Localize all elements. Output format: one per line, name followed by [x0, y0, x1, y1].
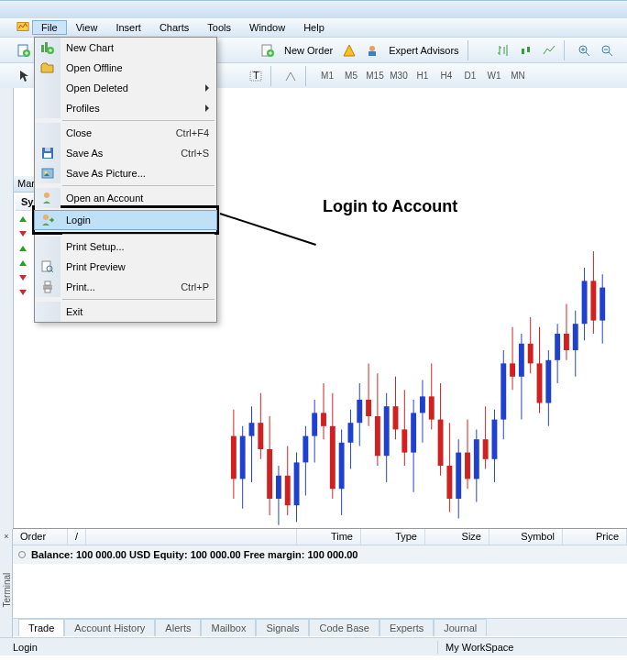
svg-rect-48: [375, 416, 380, 456]
titlebar: [0, 0, 627, 18]
menu-help[interactable]: Help: [294, 20, 334, 35]
candle-chart-icon[interactable]: [516, 40, 536, 61]
picture-icon: [40, 166, 55, 181]
svg-rect-70: [474, 439, 479, 479]
menu-save-picture[interactable]: Save As Picture...: [35, 163, 216, 183]
col-type[interactable]: Type: [361, 529, 425, 545]
svg-rect-104: [45, 148, 50, 151]
svg-rect-30: [294, 462, 300, 505]
terminal-panel: × Terminal Order / Time Type Size Symbol…: [13, 528, 627, 636]
period-W1[interactable]: W1: [482, 71, 506, 81]
terminal-tab-experts[interactable]: Experts: [380, 619, 434, 636]
cursor-icon[interactable]: [14, 66, 34, 86]
terminal-tab-alerts[interactable]: Alerts: [155, 619, 201, 636]
period-H1[interactable]: H1: [411, 71, 434, 81]
menu-print[interactable]: Print...Ctrl+P: [35, 277, 216, 297]
menu-tools[interactable]: Tools: [198, 20, 240, 35]
close-icon[interactable]: ×: [2, 532, 11, 541]
menu-login[interactable]: Login: [34, 210, 217, 230]
arrow-up-icon: [19, 246, 27, 251]
file-menu-dropdown: New Chart Open Offline Open Deleted Prof…: [34, 37, 217, 323]
bar-chart-icon[interactable]: [493, 40, 513, 61]
menu-view[interactable]: View: [67, 20, 107, 35]
period-M15[interactable]: M15: [363, 71, 387, 81]
svg-rect-84: [537, 363, 543, 402]
submenu-arrow-icon: [205, 105, 209, 112]
expert-icon[interactable]: [362, 40, 382, 61]
svg-rect-66: [456, 453, 461, 499]
arrow-down-icon: [19, 275, 27, 281]
warning-icon[interactable]: [339, 40, 359, 61]
svg-rect-103: [44, 153, 51, 158]
svg-rect-42: [347, 423, 353, 443]
col-time[interactable]: Time: [297, 529, 361, 545]
menu-save-as[interactable]: Save AsCtrl+S: [35, 143, 216, 163]
menu-open-account[interactable]: Open an Account: [35, 188, 216, 208]
menu-profiles[interactable]: Profiles: [35, 98, 216, 118]
status-dot-icon: [18, 551, 26, 558]
terminal-tab-code-base[interactable]: Code Base: [309, 619, 379, 636]
col-order[interactable]: Order: [13, 529, 68, 545]
col-price[interactable]: Price: [563, 529, 627, 545]
period-M30[interactable]: M30: [387, 71, 411, 81]
svg-rect-54: [402, 429, 407, 452]
svg-rect-44: [357, 400, 362, 423]
terminal-tab-journal[interactable]: Journal: [434, 619, 487, 636]
chart-plus-icon: [40, 40, 55, 55]
svg-rect-26: [276, 476, 281, 499]
svg-rect-8: [368, 51, 376, 56]
submenu-arrow-icon: [205, 84, 209, 92]
new-order-button[interactable]: New Order: [280, 45, 336, 56]
svg-rect-76: [500, 363, 506, 419]
svg-rect-74: [492, 420, 498, 459]
annotation-label: Login to Account: [323, 197, 457, 216]
col-symbol[interactable]: Symbol: [490, 529, 563, 545]
printer-icon: [40, 280, 55, 294]
col-slash[interactable]: /: [68, 529, 86, 545]
objects-icon[interactable]: [280, 66, 301, 86]
login-icon: [40, 213, 55, 227]
period-M5[interactable]: M5: [339, 71, 363, 81]
svg-rect-32: [302, 436, 308, 463]
line-chart-icon[interactable]: [539, 40, 559, 61]
zoom-in-icon[interactable]: [574, 40, 594, 61]
terminal-tab-signals[interactable]: Signals: [256, 619, 309, 636]
status-left: Login: [6, 642, 45, 653]
preview-icon: [40, 259, 55, 274]
menu-window[interactable]: Window: [240, 20, 294, 35]
svg-rect-36: [321, 413, 326, 425]
new-order-icon[interactable]: [258, 40, 278, 61]
svg-rect-113: [45, 289, 50, 292]
terminal-tabs: TradeAccount HistoryAlertsMailboxSignals…: [13, 618, 627, 636]
svg-rect-68: [465, 453, 470, 479]
menu-open-offline[interactable]: Open Offline: [35, 58, 216, 78]
menu-open-deleted[interactable]: Open Deleted: [35, 78, 216, 98]
menu-file[interactable]: File: [32, 20, 67, 35]
terminal-tab-trade[interactable]: Trade: [18, 619, 64, 636]
arrow-up-icon: [19, 216, 27, 222]
menu-new-chart[interactable]: New Chart: [35, 38, 216, 58]
menu-print-preview[interactable]: Print Preview: [35, 257, 216, 277]
period-H4[interactable]: H4: [434, 71, 458, 81]
period-MN[interactable]: MN: [506, 71, 530, 81]
market-watch-panel: [0, 88, 14, 551]
expert-advisors-button[interactable]: Expert Advisors: [385, 45, 462, 56]
svg-rect-96: [590, 281, 596, 320]
menu-charts[interactable]: Charts: [150, 20, 198, 35]
menu-exit[interactable]: Exit: [35, 302, 216, 322]
period-M1[interactable]: M1: [315, 71, 339, 81]
new-chart-icon[interactable]: [14, 40, 34, 61]
menu-close[interactable]: CloseCtrl+F4: [35, 123, 216, 143]
menu-insert[interactable]: Insert: [106, 20, 150, 35]
col-size[interactable]: Size: [425, 529, 490, 545]
svg-rect-88: [555, 334, 560, 360]
text-icon[interactable]: T: [246, 66, 266, 86]
svg-rect-52: [393, 406, 399, 429]
terminal-tab-account-history[interactable]: Account History: [64, 619, 155, 636]
terminal-tab-mailbox[interactable]: Mailbox: [201, 619, 256, 636]
zoom-out-icon[interactable]: [597, 40, 617, 61]
menu-print-setup[interactable]: Print Setup...: [35, 237, 216, 257]
svg-rect-50: [384, 406, 390, 456]
period-D1[interactable]: D1: [458, 71, 482, 81]
terminal-side-label: Terminal: [2, 562, 12, 608]
